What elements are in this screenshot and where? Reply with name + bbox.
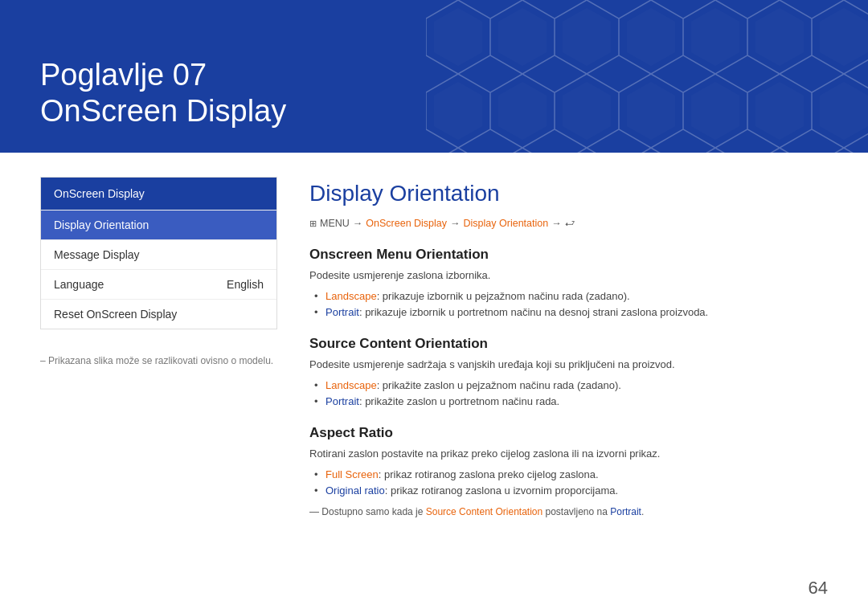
sidebar-item-language[interactable]: Language English (41, 270, 276, 300)
bullet-portrait-menu: Portrait: prikazuje izbornik u portretno… (326, 304, 828, 321)
note-highlight2: Portrait (610, 506, 641, 517)
note-prefix: ― Dostupno samo kada je (309, 506, 426, 517)
header-pattern (426, 0, 868, 153)
sidebar-item-label: Reset OnScreen Display (54, 308, 177, 321)
breadcrumb-arrow1: → (353, 218, 363, 229)
svg-rect-2 (426, 0, 868, 153)
breadcrumb: ⊞ MENU → OnScreen Display → Display Orie… (309, 218, 828, 229)
breadcrumb-link1[interactable]: OnScreen Display (366, 218, 447, 229)
sidebar-item-message-display[interactable]: Message Display (41, 240, 276, 270)
section-desc-onscreen-menu: Podesite usmjerenje zaslona izbornika. (309, 268, 828, 284)
bullet-text: : prikaz rotiranog zaslona preko cijelog… (379, 468, 599, 480)
breadcrumb-menu-text: MENU (320, 218, 350, 229)
section-desc-aspect-ratio: Rotirani zaslon postavite na prikaz prek… (309, 446, 828, 462)
bullet-text: : prikaz rotiranog zaslona u izvornim pr… (385, 484, 618, 497)
bullet-list-aspect-ratio: Full Screen: prikaz rotiranog zaslona pr… (309, 467, 828, 501)
page-header: Poglavlje 07 OnScreen Display (0, 0, 868, 153)
breadcrumb-link2[interactable]: Display Orientation (464, 218, 549, 229)
section-onscreen-menu: Onscreen Menu Orientation Podesite usmje… (309, 247, 828, 321)
sidebar-item-label: Display Orientation (54, 219, 149, 231)
sidebar-item-label: Language (54, 278, 104, 291)
note-highlight1: Source Content Orientation (426, 506, 542, 517)
bullet-text: : prikazuje izbornik u portretnom načinu… (359, 306, 708, 318)
bullet-label: Original ratio (326, 484, 385, 497)
section-source-content: Source Content Orientation Podesite usmj… (309, 336, 828, 411)
breadcrumb-arrow2: → (450, 218, 461, 229)
sidebar-header-label: OnScreen Display (54, 187, 145, 200)
bullet-label: Portrait (326, 395, 359, 407)
aspect-ratio-note: ― Dostupno samo kada je Source Content O… (309, 505, 828, 519)
sidebar-item-value: English (227, 278, 264, 291)
page-number: 64 (809, 578, 828, 599)
bullet-label: Full Screen (326, 468, 379, 480)
sidebar-item-reset[interactable]: Reset OnScreen Display (41, 300, 276, 329)
note-suffix: . (641, 506, 644, 517)
section-title-source-content: Source Content Orientation (309, 336, 828, 352)
section-title-aspect-ratio: Aspect Ratio (309, 425, 828, 441)
bullet-label: Portrait (326, 306, 359, 318)
bullet-original-ratio: Original ratio: prikaz rotiranog zaslona… (326, 483, 828, 500)
sidebar-item-label: Message Display (54, 248, 140, 261)
bullet-label: Landscape (326, 290, 377, 302)
sidebar-menu: OnScreen Display Display Orientation Mes… (40, 177, 277, 329)
bullet-portrait-source: Portrait: prikažite zaslon u portretnom … (326, 394, 828, 411)
bullet-text: : prikažite zaslon u portretnom načinu r… (359, 395, 559, 407)
section-desc-source-content: Podesite usmjerenje sadržaja s vanjskih … (309, 357, 828, 373)
sidebar: OnScreen Display Display Orientation Mes… (40, 177, 277, 589)
note-middle: postavljeno na (542, 506, 610, 517)
content-area: OnScreen Display Display Orientation Mes… (0, 153, 868, 613)
bullet-fullscreen: Full Screen: prikaz rotiranog zaslona pr… (326, 467, 828, 484)
bullet-label: Landscape (326, 379, 377, 391)
sidebar-header[interactable]: OnScreen Display (41, 178, 276, 210)
section-aspect-ratio: Aspect Ratio Rotirani zaslon postavite n… (309, 425, 828, 519)
sidebar-footnote: – Prikazana slika može se razlikovati ov… (40, 353, 277, 368)
section-title-onscreen-menu: Onscreen Menu Orientation (309, 247, 828, 263)
breadcrumb-end-icon: ⮐ (565, 218, 575, 229)
main-content: Display Orientation ⊞ MENU → OnScreen Di… (309, 177, 828, 589)
bullet-landscape-source: Landscape: prikažite zaslon u pejzažnom … (326, 378, 828, 394)
bullet-list-onscreen-menu: Landscape: prikazuje izbornik u pejzažno… (309, 288, 828, 322)
bullet-landscape-menu: Landscape: prikazuje izbornik u pejzažno… (326, 288, 828, 305)
page-title: Display Orientation (309, 181, 828, 206)
header-title: Poglavlje 07 OnScreen Display (40, 57, 286, 130)
bullet-text: : prikazuje izbornik u pejzažnom načinu … (377, 290, 630, 302)
bullet-text: : prikažite zaslon u pejzažnom načinu ra… (377, 379, 621, 391)
sidebar-item-display-orientation[interactable]: Display Orientation (41, 210, 276, 240)
breadcrumb-arrow3: → (551, 218, 562, 229)
menu-icon: ⊞ (309, 219, 317, 229)
bullet-list-source-content: Landscape: prikažite zaslon u pejzažnom … (309, 378, 828, 411)
